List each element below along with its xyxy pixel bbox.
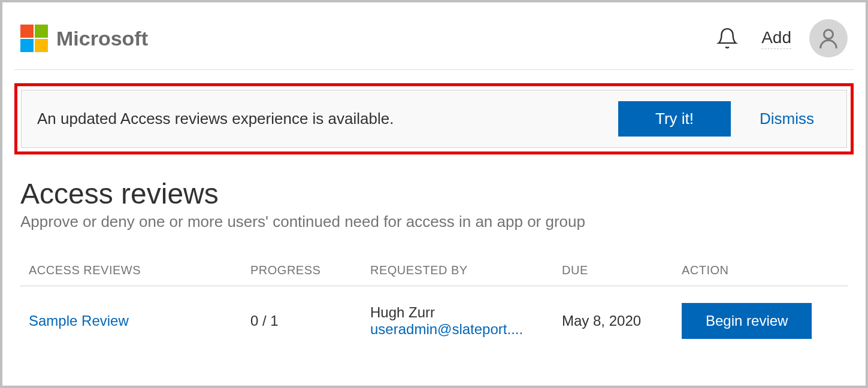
notifications-button[interactable] [711, 22, 743, 54]
table-header: ACCESS REVIEWS PROGRESS REQUESTED BY DUE… [20, 255, 848, 286]
page-title: Access reviews [2, 177, 866, 210]
microsoft-logo-icon [20, 25, 48, 52]
person-icon [816, 26, 840, 50]
requested-by-name: Hugh Zurr [370, 304, 562, 321]
bell-icon [716, 27, 739, 50]
page-subtitle: Approve or deny one or more users' conti… [2, 210, 866, 255]
banner-highlight: An updated Access reviews experience is … [14, 83, 854, 154]
due-date: May 8, 2020 [562, 313, 641, 329]
progress-value: 0 / 1 [250, 313, 279, 329]
begin-review-button[interactable]: Begin review [682, 303, 812, 339]
col-header-requested: REQUESTED BY [370, 263, 562, 277]
table-row: Sample Review 0 / 1 Hugh Zurr useradmin@… [20, 286, 848, 356]
brand-area: Microsoft [20, 25, 148, 52]
svg-point-0 [824, 30, 833, 39]
brand-text: Microsoft [56, 27, 148, 50]
add-label[interactable]: Add [761, 28, 791, 49]
review-name-link[interactable]: Sample Review [29, 313, 129, 329]
col-header-action: ACTION [682, 263, 839, 277]
header-divider [14, 69, 854, 70]
dismiss-button[interactable]: Dismiss [743, 101, 831, 137]
reviews-table: ACCESS REVIEWS PROGRESS REQUESTED BY DUE… [20, 255, 848, 356]
try-it-button[interactable]: Try it! [618, 101, 731, 137]
header: Microsoft Add [2, 2, 866, 69]
header-actions: Add [711, 19, 848, 57]
banner-message: An updated Access reviews experience is … [37, 110, 606, 128]
avatar[interactable] [809, 19, 848, 57]
update-banner: An updated Access reviews experience is … [21, 90, 847, 148]
col-header-due: DUE [562, 263, 682, 277]
requested-by-email-link[interactable]: useradmin@slateport.... [370, 321, 544, 338]
col-header-name: ACCESS REVIEWS [29, 263, 250, 277]
col-header-progress: PROGRESS [250, 263, 370, 277]
